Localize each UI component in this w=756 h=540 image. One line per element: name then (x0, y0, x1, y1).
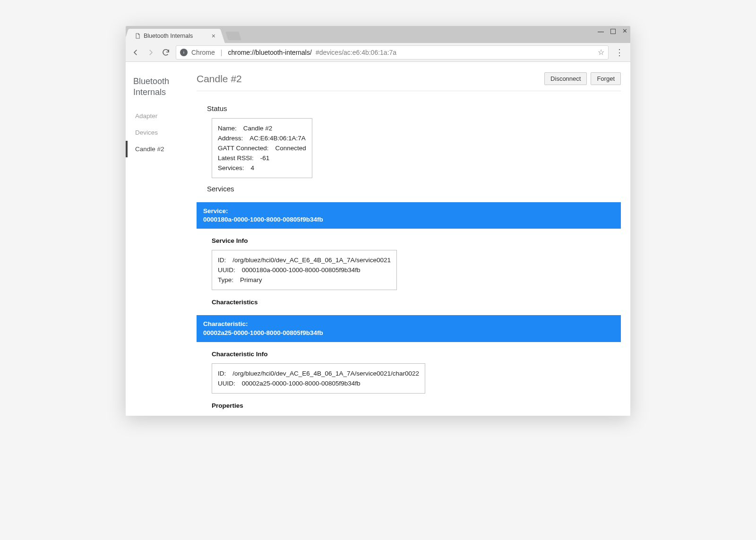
info-label: GATT Connected: (218, 145, 269, 152)
info-row: GATT Connected:Connected (218, 143, 306, 153)
info-label: Latest RSSI: (218, 154, 254, 162)
char-bar-label: Characteristic: (203, 320, 614, 328)
reload-button[interactable] (161, 47, 171, 58)
info-value: 00002a25-0000-1000-8000-00805f9b34fb (242, 380, 361, 387)
info-row: Latest RSSI:-61 (218, 153, 306, 163)
info-label: UUID: (218, 266, 235, 274)
char-bar-value: 00002a25-0000-1000-8000-00805f9b34fb (203, 329, 614, 337)
info-label: Address: (218, 135, 243, 142)
characteristic-info-heading: Characteristic Info (212, 351, 621, 358)
info-value: Candle #2 (243, 125, 273, 132)
status-heading: Status (207, 104, 621, 112)
service-header-bar[interactable]: Service: 0000180a-0000-1000-8000-00805f9… (197, 202, 621, 229)
sidebar-item-devices[interactable]: Devices (126, 124, 197, 141)
window-controls: — ✕ (598, 28, 627, 35)
info-label: ID: (218, 370, 226, 377)
info-row: ID:/org/bluez/hci0/dev_AC_E6_4B_06_1A_7A… (218, 255, 391, 265)
characteristic-header-bar[interactable]: Characteristic: 00002a25-0000-1000-8000-… (197, 315, 621, 342)
browser-tab[interactable]: Bluetooth Internals × (129, 29, 219, 43)
svg-rect-1 (184, 52, 184, 54)
svg-rect-2 (184, 51, 184, 51)
address-bar[interactable]: Chrome | chrome://bluetooth-internals/#d… (176, 45, 609, 60)
url-host: chrome://bluetooth-internals/ (228, 49, 311, 56)
site-info-icon[interactable] (180, 49, 188, 56)
forget-button[interactable]: Forget (591, 72, 621, 85)
header-buttons: Disconnect Forget (544, 72, 621, 85)
info-row: ID:/org/bluez/hci0/dev_AC_E6_4B_06_1A_7A… (218, 369, 419, 378)
page-title: Candle #2 (197, 73, 242, 85)
tab-title: Bluetooth Internals (144, 33, 209, 39)
info-row: Type:Primary (218, 275, 391, 285)
status-box: Name:Candle #2Address:AC:E6:4B:06:1A:7AG… (212, 118, 312, 178)
info-row: Address:AC:E6:4B:06:1A:7A (218, 133, 306, 143)
info-row: Services:4 (218, 163, 306, 173)
service-info-heading: Service Info (212, 237, 621, 244)
info-value: /org/bluez/hci0/dev_AC_E6_4B_06_1A_7A/se… (232, 257, 391, 264)
tab-close-icon[interactable]: × (212, 32, 215, 40)
sidebar-item-adapter[interactable]: Adapter (126, 108, 197, 124)
info-value: 0000180a-0000-1000-8000-00805f9b34fb (242, 266, 361, 274)
info-row: UUID:00002a25-0000-1000-8000-00805f9b34f… (218, 378, 419, 388)
info-row: UUID:0000180a-0000-1000-8000-00805f9b34f… (218, 265, 391, 275)
browser-window: Bluetooth Internals × — ✕ Chrome | chrom… (126, 26, 630, 416)
info-value: AC:E6:4B:06:1A:7A (249, 135, 306, 142)
sidebar-item-candle-2[interactable]: Candle #2 (126, 141, 197, 157)
back-button[interactable] (130, 47, 141, 58)
sidebar: Bluetooth Internals AdapterDevicesCandle… (126, 62, 197, 416)
characteristic-info-box: ID:/org/bluez/hci0/dev_AC_E6_4B_06_1A_7A… (212, 363, 425, 394)
info-label: UUID: (218, 380, 235, 387)
service-bar-value: 0000180a-0000-1000-8000-00805f9b34fb (203, 215, 614, 224)
url-scheme: Chrome (191, 49, 215, 56)
service-bar-label: Service: (203, 207, 614, 215)
info-row: Name:Candle #2 (218, 123, 306, 133)
tab-strip: Bluetooth Internals × — ✕ (126, 26, 630, 43)
characteristics-heading: Characteristics (212, 299, 621, 306)
url-separator: | (221, 49, 223, 56)
info-label: Type: (218, 276, 233, 283)
services-heading: Services (207, 185, 621, 193)
info-value: Connected (275, 145, 306, 152)
maximize-icon[interactable] (610, 29, 616, 34)
info-value: Primary (240, 276, 262, 283)
close-icon[interactable]: ✕ (622, 28, 627, 35)
browser-toolbar: Chrome | chrome://bluetooth-internals/#d… (126, 43, 630, 62)
minimize-icon[interactable]: — (598, 28, 604, 35)
page-icon (134, 33, 141, 39)
bookmark-star-icon[interactable]: ☆ (598, 48, 604, 57)
disconnect-button[interactable]: Disconnect (544, 72, 587, 85)
service-info-box: ID:/org/bluez/hci0/dev_AC_E6_4B_06_1A_7A… (212, 250, 397, 290)
browser-menu-icon[interactable]: ⋮ (613, 47, 626, 58)
url-path: #devices/ac:e6:4b:06:1a:7a (316, 49, 396, 56)
info-label: ID: (218, 257, 226, 264)
info-label: Name: (218, 125, 237, 132)
forward-button[interactable] (146, 47, 156, 58)
page: Bluetooth Internals AdapterDevicesCandle… (126, 62, 630, 416)
properties-heading: Properties (212, 402, 621, 409)
main-content: Candle #2 Disconnect Forget Status Name:… (197, 62, 630, 416)
info-value: -61 (260, 154, 270, 162)
info-label: Services: (218, 164, 244, 171)
new-tab-button[interactable] (225, 32, 241, 40)
page-header: Candle #2 Disconnect Forget (197, 72, 621, 91)
sidebar-title: Bluetooth Internals (126, 72, 197, 108)
info-value: 4 (251, 164, 255, 171)
info-value: /org/bluez/hci0/dev_AC_E6_4B_06_1A_7A/se… (232, 370, 419, 377)
